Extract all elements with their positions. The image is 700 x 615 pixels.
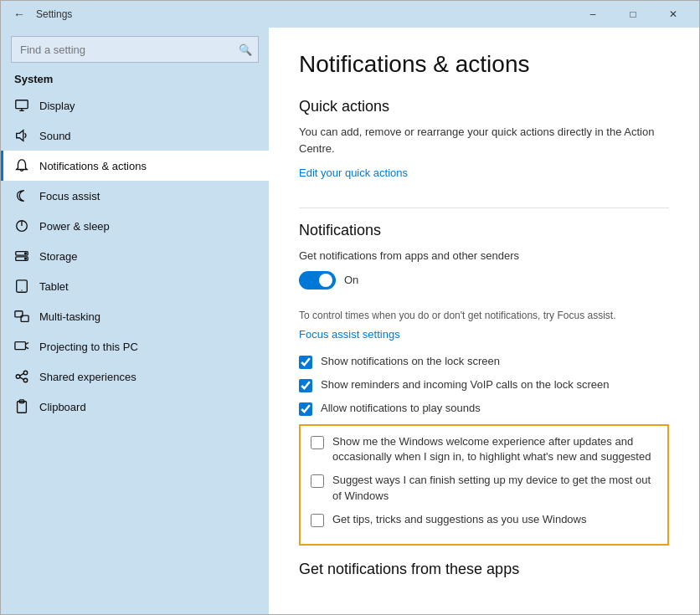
svg-rect-0 [16,100,28,109]
checkbox-welcome-label: Show me the Windows welcome experience a… [332,434,657,464]
search-container: 🔍 [11,36,259,63]
svg-rect-14 [15,342,26,350]
maximize-button[interactable]: □ [614,1,652,28]
title-bar: ← Settings – □ ✕ [1,1,699,28]
sidebar-item-storage[interactable]: Storage [1,241,269,271]
sidebar-item-power[interactable]: Power & sleep [1,211,269,241]
sidebar-item-multitasking-label: Multi-tasking [39,310,255,323]
sidebar-item-shared-label: Shared experiences [39,371,255,383]
focus-desc: To control times when you do or don't ge… [299,308,669,323]
edit-quick-actions-link[interactable]: Edit your quick actions [299,167,408,179]
checkbox-row-4: Show me the Windows welcome experience a… [311,434,657,464]
checkbox-reminders[interactable] [299,379,312,392]
moon-icon [14,188,29,203]
notifications-title: Notifications [299,222,669,239]
sidebar-item-power-label: Power & sleep [39,220,255,233]
back-button[interactable]: ← [8,3,31,26]
monitor-icon [14,98,29,113]
sidebar-item-shared[interactable]: Shared experiences [1,361,269,392]
svg-point-17 [16,375,20,379]
storage-icon [14,249,29,264]
checkbox-row-3: Allow notifications to play sounds [299,401,669,416]
quick-actions-desc: You can add, remove or rearrange your qu… [299,124,669,156]
checkbox-reminders-label: Show reminders and incoming VoIP calls o… [321,377,609,392]
sound-icon [14,128,29,143]
checkbox-tips-label: Get tips, tricks and suggestions as you … [332,512,586,527]
sidebar-item-focus[interactable]: Focus assist [1,181,269,211]
svg-marker-3 [17,131,23,141]
checkbox-setup[interactable] [311,474,324,488]
window-controls: – □ ✕ [574,1,692,28]
toggle-label: On [344,274,358,286]
sidebar-item-sound[interactable]: Sound [1,120,269,151]
focus-assist-settings-link[interactable]: Focus assist settings [299,328,400,341]
page-title: Notifications & actions [299,51,669,78]
sidebar-item-sound-label: Sound [39,130,255,142]
clipboard-icon [14,399,29,414]
notifications-toggle[interactable] [299,271,336,290]
checkbox-sounds-label: Allow notifications to play sounds [321,401,481,416]
multitask-icon [14,309,29,324]
sidebar-item-storage-label: Storage [39,250,255,263]
sidebar-item-notifications-label: Notifications & actions [39,160,255,172]
checkbox-welcome[interactable] [311,436,324,449]
sidebar: 🔍 System Display Sound [1,28,269,614]
sidebar-item-clipboard[interactable]: Clipboard [1,392,269,422]
highlight-box: Show me the Windows welcome experience a… [299,424,669,546]
sidebar-item-notifications[interactable]: Notifications & actions [1,151,269,181]
right-panel: Notifications & actions Quick actions Yo… [269,28,699,614]
sidebar-item-display-label: Display [39,100,255,112]
toggle-row: On [299,271,669,290]
main-content: 🔍 System Display Sound [1,28,699,614]
sidebar-item-tablet-label: Tablet [39,280,255,293]
sidebar-item-projecting[interactable]: Projecting to this PC [1,331,269,361]
sidebar-item-projecting-label: Projecting to this PC [39,341,255,353]
sidebar-item-clipboard-label: Clipboard [39,401,255,413]
sidebar-item-focus-label: Focus assist [39,190,255,202]
sidebar-item-display[interactable]: Display [1,90,269,120]
svg-point-9 [25,258,27,259]
close-button[interactable]: ✕ [654,1,692,28]
checkbox-setup-label: Suggest ways I can finish setting up my … [332,473,657,503]
svg-point-8 [25,253,27,254]
sidebar-item-tablet[interactable]: Tablet [1,271,269,301]
quick-actions-title: Quick actions [299,98,669,115]
checkbox-lock-screen[interactable] [299,356,312,369]
checkbox-lock-screen-label: Show notifications on the lock screen [321,354,500,369]
svg-point-18 [23,371,28,375]
tablet-icon [14,279,29,294]
divider-1 [299,208,669,208]
project-icon [14,339,29,354]
minimize-button[interactable]: – [574,1,612,28]
shared-icon [14,369,29,384]
checkbox-tips[interactable] [311,514,324,527]
checkbox-row-5: Suggest ways I can finish setting up my … [311,473,657,503]
checkbox-sounds[interactable] [299,402,312,416]
checkbox-row-2: Show reminders and incoming VoIP calls o… [299,377,669,392]
notifications-toggle-desc: Get notifications from apps and other se… [299,248,669,264]
svg-line-20 [20,373,24,376]
power-icon [14,218,29,233]
checkbox-row-1: Show notifications on the lock screen [299,354,669,369]
search-icon: 🔍 [239,44,252,56]
bell-icon [14,158,29,173]
search-input[interactable] [11,36,259,63]
checkbox-row-6: Get tips, tricks and suggestions as you … [311,512,657,527]
sidebar-item-multitasking[interactable]: Multi-tasking [1,301,269,331]
svg-line-21 [20,377,24,380]
sidebar-section-title: System [1,69,269,90]
svg-point-19 [23,378,28,382]
title-bar-title: Settings [31,8,574,20]
get-notifications-title: Get notifications from these apps [299,561,669,578]
